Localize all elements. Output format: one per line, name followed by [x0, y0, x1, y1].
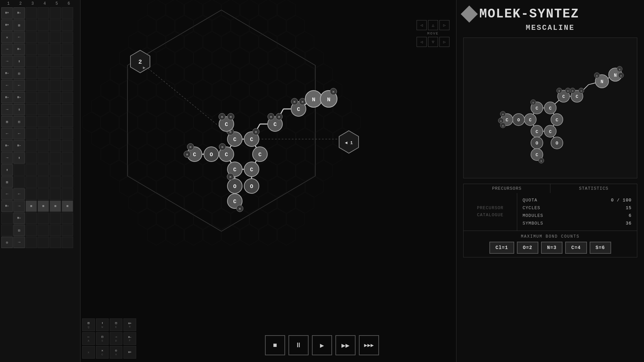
kb-f[interactable]: H– F	[123, 332, 136, 345]
grid-cell-4-0[interactable]: →	[1, 56, 13, 67]
grid-cell-0-0[interactable]: H+	[1, 7, 13, 19]
move-up-left[interactable]: ◁	[417, 20, 427, 30]
svg-text:H: H	[278, 116, 280, 119]
grid-cell-18-1[interactable]: ⊟	[13, 225, 25, 236]
kb-a-key: A	[88, 339, 90, 342]
grid-row-11: H–H–	[1, 140, 79, 152]
play-button[interactable]: ▶	[312, 335, 332, 355]
grid-cell-15-1[interactable]: ←	[13, 188, 25, 200]
move-up[interactable]: △	[428, 20, 438, 30]
grid-cell-6-3	[38, 80, 49, 91]
main-game-area: // Will be generated by JS below 2 ▶ ◄ 1…	[80, 0, 362, 362]
svg-text:H: H	[229, 131, 231, 134]
grid-cell-2-0[interactable]: ✕	[1, 32, 13, 43]
grid-cell-12-3	[38, 152, 49, 164]
skip-button[interactable]: ▶▶▶	[359, 335, 379, 355]
grid-cell-9-1[interactable]: ⊟	[13, 116, 25, 127]
grid-cell-14-0[interactable]: ⊞	[1, 176, 13, 188]
bond-counts-section: MAXIMUM BOND COUNTS Cl=1 O=2 N=3 C=4 S=6	[463, 231, 637, 257]
move-down-left[interactable]: ◁	[417, 37, 427, 47]
kb-extra[interactable]: H+	[123, 346, 136, 359]
grid-cell-7-5	[62, 92, 73, 103]
grid-cell-12-0[interactable]: →	[1, 152, 13, 164]
grid-cell-11-0[interactable]: H–	[1, 140, 13, 152]
grid-cell-8-2	[25, 104, 37, 115]
kb-c-key: C	[102, 353, 103, 356]
kb-s[interactable]: ⊟ S	[96, 332, 109, 345]
kb-d[interactable]: → D	[110, 332, 122, 345]
grid-cell-3-0[interactable]: →	[1, 44, 13, 55]
grid-cell-7-1[interactable]: H–	[13, 92, 25, 103]
grid-cell-6-0[interactable]: ←	[1, 80, 13, 91]
bond-cl: Cl=1	[489, 242, 514, 254]
grid-cell-17-1[interactable]: H–	[13, 213, 25, 224]
svg-text:O: O	[250, 184, 253, 190]
kb-q[interactable]: ⊞ Q	[82, 318, 95, 331]
grid-cell-16-1[interactable]: →	[13, 200, 25, 212]
grid-cell-16-5[interactable]: ■	[62, 200, 73, 212]
grid-row-18: ⊟	[1, 225, 79, 236]
move-down-right[interactable]: ▷	[439, 37, 449, 47]
grid-cell-2-4	[50, 32, 61, 43]
grid-cell-16-2[interactable]: ■	[25, 200, 37, 212]
grid-cell-16-0[interactable]: H–	[1, 200, 13, 212]
grid-cell-2-2	[25, 32, 37, 43]
grid-cell-4-1[interactable]: ⬆	[13, 56, 25, 67]
symbols-label: SYMBOLS	[523, 221, 543, 226]
kb-e-key: E	[115, 325, 117, 328]
grid-cell-7-3	[38, 92, 49, 103]
precursor-catalogue-cell[interactable]: PRECURSORCATALOGUE	[464, 193, 517, 231]
grid-cell-12-5	[62, 152, 73, 164]
grid-cell-0-1[interactable]: H–	[13, 7, 25, 19]
svg-text:C: C	[233, 167, 236, 173]
kb-c[interactable]: ✕ C	[96, 346, 109, 359]
grid-cell-13-0[interactable]: ⬆	[1, 164, 13, 176]
bond-counts-row: Cl=1 O=2 N=3 C=4 S=6	[469, 242, 632, 254]
grid-cell-1-1[interactable]: ⊞	[13, 19, 25, 31]
move-down[interactable]: ▽	[428, 37, 438, 47]
grid-cell-8-4	[50, 104, 61, 115]
grid-cell-8-1[interactable]: ⬆	[13, 104, 25, 115]
grid-cell-10-1[interactable]: ←	[13, 128, 25, 139]
grid-cell-18-5	[62, 225, 73, 236]
grid-cell-15-0[interactable]: ←	[1, 188, 13, 200]
grid-cell-10-0[interactable]: ←	[1, 128, 13, 139]
kb-a[interactable]: ← A	[82, 332, 95, 345]
grid-cell-15-5	[62, 188, 73, 200]
grid-cell-16-4[interactable]: ■	[50, 200, 61, 212]
grid-cell-5-1[interactable]: ⊟	[13, 68, 25, 79]
pause-button[interactable]: ⏸	[288, 335, 309, 355]
kb-w[interactable]: ⬆ W	[96, 318, 109, 331]
kb-x[interactable]: X	[82, 346, 95, 359]
svg-text:H: H	[541, 160, 542, 163]
grid-cell-1-0[interactable]: H+	[1, 19, 13, 31]
grid-cell-12-1[interactable]: ⬆	[13, 152, 25, 164]
svg-text:C: C	[529, 118, 532, 123]
svg-text:H: H	[332, 90, 334, 94]
grid-cell-8-0[interactable]: →	[1, 104, 13, 115]
grid-cell-2-1[interactable]: ←	[13, 32, 25, 43]
grid-cell-6-1[interactable]: ←	[13, 80, 25, 91]
grid-cell-17-2	[25, 213, 37, 224]
kb-v[interactable]: ⊙ V	[110, 346, 122, 359]
grid-cell-5-0[interactable]: H–	[1, 68, 13, 79]
kb-e[interactable]: ⊟ E	[110, 318, 122, 331]
grid-row-3: →H–	[1, 44, 79, 55]
grid-cell-5-2	[25, 68, 37, 79]
grid-cell-16-3[interactable]: ■	[38, 200, 49, 212]
stop-button[interactable]: ■	[265, 335, 285, 355]
grid-cell-11-1[interactable]: H–	[13, 140, 25, 152]
svg-text:H: H	[221, 146, 223, 149]
kb-r[interactable]: H+ R	[123, 318, 136, 331]
grid-cell-9-0[interactable]: ⊞	[1, 116, 13, 127]
grid-cell-19-0[interactable]: ⊙	[1, 237, 13, 248]
move-up-right[interactable]: ▷	[439, 20, 449, 30]
grid-cell-19-1[interactable]: →	[13, 237, 25, 248]
grid-cell-11-3	[38, 140, 49, 152]
fast-forward-button[interactable]: ▶▶	[335, 335, 356, 355]
grid-row-13: ⬆	[1, 164, 79, 176]
play-icon: ▶	[320, 341, 324, 350]
grid-cell-7-0[interactable]: H–	[1, 92, 13, 103]
svg-text:H: H	[221, 116, 223, 119]
grid-cell-3-1[interactable]: H–	[13, 44, 25, 55]
